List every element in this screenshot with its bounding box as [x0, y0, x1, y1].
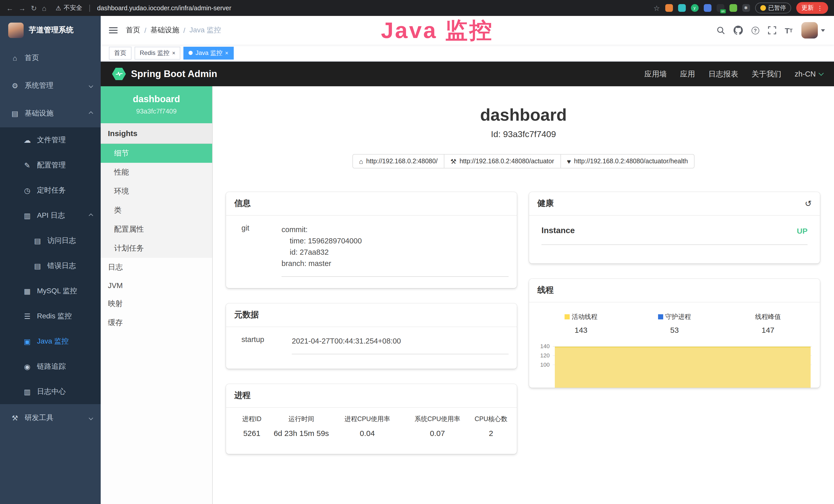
sidebar-item-trace[interactable]: ◉ 链路追踪 [0, 354, 101, 379]
threads-card-title: 线程 [537, 285, 554, 296]
back-icon[interactable]: ← [6, 4, 13, 12]
close-icon[interactable]: × [225, 50, 228, 56]
locale-select[interactable]: zh-CN [795, 70, 823, 78]
user-menu[interactable] [802, 22, 825, 39]
logo-image [8, 22, 24, 38]
dev-tools-icon: ⚒ [10, 414, 20, 422]
sidebar-item-log-center[interactable]: ▥ 日志中心 [0, 379, 101, 404]
api-log-icon: ▥ [23, 211, 32, 220]
service-url-button[interactable]: ⌂ http://192.168.0.2:48080/ [352, 154, 444, 168]
sba-nav-about[interactable]: 关于我们 [751, 69, 781, 79]
extension-icon[interactable]: on [716, 4, 724, 12]
process-table: 进程ID5261 运行时间6d 23h 15m 59s 进程CPU使用率0.04… [226, 408, 517, 454]
health-row-instance[interactable]: Instance UP [542, 226, 808, 245]
reload-icon[interactable]: ↻ [31, 4, 37, 12]
sba-nav-journal[interactable]: 日志报表 [708, 69, 738, 79]
gear-icon: ⚙ [10, 82, 20, 90]
threads-chart: 140 120 100 [534, 342, 812, 388]
sba-item-metrics[interactable]: 性能 [101, 163, 212, 182]
tab-home[interactable]: 首页 [109, 46, 132, 59]
paused-badge[interactable]: 已暂停 [755, 3, 791, 13]
smiley-icon [760, 5, 766, 11]
sba-item-classes[interactable]: 类 [101, 201, 212, 220]
update-button[interactable]: 更新 ⋮ [796, 2, 828, 14]
extension-icon[interactable] [678, 4, 685, 12]
process-col-value: 0.07 [430, 428, 445, 438]
app-sidebar: 芋道管理系统 ⌂ 首页 ⚙ 系统管理 ▤ 基础设施 ☁ 文件管理 ✎ [0, 16, 101, 504]
breadcrumb: 首页 / 基础设施 / Java 监控 [126, 26, 221, 35]
app-title: 芋道管理系统 [29, 25, 73, 35]
sidebar-item-error-log[interactable]: ▤ 错误日志 [0, 253, 101, 278]
y-tick: 100 [534, 360, 553, 369]
extension-icon[interactable] [665, 4, 673, 12]
help-icon[interactable]: ? [751, 26, 759, 34]
process-col-header: 进程ID [242, 415, 262, 423]
insights-section-label: Insights [101, 123, 212, 144]
sidebar-item-java-monitor[interactable]: ▣ Java 监控 [0, 329, 101, 354]
page-title: dashboard [213, 105, 834, 125]
breadcrumb-infrastructure[interactable]: 基础设施 [151, 26, 179, 35]
font-size-icon[interactable]: TT [785, 26, 793, 35]
fullscreen-icon[interactable] [768, 26, 776, 35]
history-icon[interactable]: ↺ [805, 199, 812, 208]
process-col-header: CPU核心数 [475, 415, 507, 423]
forward-icon[interactable]: → [19, 4, 26, 12]
y-tick: 120 [534, 351, 553, 360]
breadcrumb-home[interactable]: 首页 [126, 26, 140, 35]
info-card-title: 信息 [234, 198, 251, 209]
sba-item-mappings[interactable]: 映射 [101, 294, 212, 313]
sidebar-item-dev-tools[interactable]: ⚒ 研发工具 [0, 404, 101, 432]
actuator-url-button[interactable]: ⚒ http://192.168.0.2:48080/actuator [444, 154, 561, 168]
sidebar-toggle-icon[interactable] [109, 27, 118, 33]
sba-item-caches[interactable]: 缓存 [101, 313, 212, 332]
extension-icon[interactable]: y [691, 4, 698, 12]
sba-nav-applications[interactable]: 应用 [680, 69, 695, 79]
sidebar-item-system-manage[interactable]: ⚙ 系统管理 [0, 72, 101, 100]
sba-nav-wallboard[interactable]: 应用墙 [644, 69, 667, 79]
sba-item-logs[interactable]: 日志 [101, 258, 212, 277]
chevron-up-icon [89, 111, 93, 116]
sidebar-item-infrastructure[interactable]: ▤ 基础设施 [0, 100, 101, 127]
status-badge: UP [797, 226, 808, 235]
github-icon[interactable] [733, 26, 743, 35]
sidebar-item-config-manage[interactable]: ✎ 配置管理 [0, 153, 101, 178]
close-icon[interactable]: × [172, 50, 175, 56]
sidebar-item-access-log[interactable]: ▤ 访问日志 [0, 228, 101, 253]
tab-java-monitor[interactable]: Java 监控 × [184, 46, 234, 59]
chevron-down-icon [89, 84, 93, 88]
instance-header[interactable]: dashboard 93a3fc7f7409 [101, 86, 212, 123]
sidebar-item-scheduled-job[interactable]: ◷ 定时任务 [0, 178, 101, 203]
chevron-down-icon [818, 71, 824, 76]
process-col-header: 运行时间 [288, 415, 314, 423]
search-icon[interactable] [716, 26, 725, 35]
legend-value: 53 [670, 325, 679, 335]
address-bar[interactable]: dashboard.yudao.iocoder.cn/infra/admin-s… [97, 4, 232, 12]
sba-item-environment[interactable]: 环境 [101, 182, 212, 201]
sba-item-scheduledtasks[interactable]: 计划任务 [101, 239, 212, 258]
sba-item-jvm[interactable]: JVM [101, 277, 212, 294]
app-logo[interactable]: 芋道管理系统 [0, 16, 101, 44]
tab-redis-monitor[interactable]: Redis 监控 × [135, 46, 180, 59]
extension-icon[interactable] [704, 4, 711, 12]
avatar [802, 22, 818, 39]
sidebar-item-redis-monitor[interactable]: ☰ Redis 监控 [0, 303, 101, 329]
sidebar-item-mysql-monitor[interactable]: ▦ MySQL 监控 [0, 278, 101, 303]
sba-item-configprops[interactable]: 配置属性 [101, 220, 212, 239]
sidebar-item-api-log[interactable]: ▥ API 日志 [0, 203, 101, 228]
extension-icon[interactable] [729, 4, 737, 12]
process-col-header: 系统CPU使用率 [415, 415, 460, 423]
sidebar-item-home[interactable]: ⌂ 首页 [0, 44, 101, 72]
sba-item-details[interactable]: 细节 [101, 144, 212, 163]
sidebar-item-file-manage[interactable]: ☁ 文件管理 [0, 127, 101, 153]
home-icon[interactable]: ⌂ [42, 4, 46, 12]
bookmark-star-icon[interactable]: ☆ [654, 4, 660, 12]
sba-brand[interactable]: Spring Boot Admin [131, 68, 217, 79]
caret-down-icon [821, 29, 825, 31]
home-icon: ⌂ [10, 54, 20, 62]
metadata-row-startup: startup 2021-04-27T00:44:31.254+08:00 [234, 335, 509, 354]
security-indicator[interactable]: ⚠ 不安全 [56, 4, 82, 12]
extension-icon[interactable]: ✻ [742, 4, 750, 12]
error-log-icon: ▤ [33, 261, 42, 270]
health-url-button[interactable]: ♥ http://192.168.0.2:48080/actuator/heal… [560, 154, 695, 168]
instance-id: 93a3fc7f7409 [105, 107, 208, 115]
